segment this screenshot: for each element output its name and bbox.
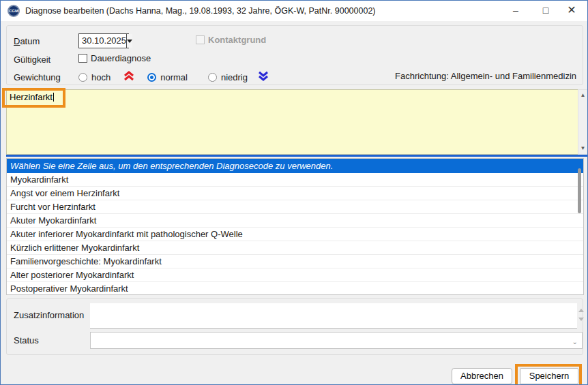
- title-bar: CGM Diagnose bearbeiten (Dachs Hanna, Ma…: [1, 1, 587, 21]
- list-item[interactable]: Furcht vor Herzinfarkt: [7, 200, 583, 214]
- dialog-window: CGM Diagnose bearbeiten (Dachs Hanna, Ma…: [0, 0, 588, 385]
- kontaktgrund-label: Kontaktgrund: [208, 35, 266, 45]
- weight-high-chevron-up-icon: [123, 71, 135, 83]
- zusatzinformation-label: Zusatzinformation: [14, 310, 84, 320]
- list-item[interactable]: Postoperativer Myokardinfarkt: [7, 282, 583, 295]
- gewichtung-label: Gewichtung: [14, 72, 61, 82]
- list-item[interactable]: Alter posteriorer Myokardinfarkt: [7, 268, 583, 282]
- focus-separator: [6, 155, 588, 157]
- list-item[interactable]: Angst vor einem Herzinfarkt: [7, 187, 583, 200]
- status-label: Status: [14, 335, 39, 345]
- minimize-button[interactable]: –: [504, 1, 527, 21]
- dauerdiagnose-checkbox[interactable]: [78, 54, 87, 63]
- scroll-down-icon[interactable]: ▼: [578, 144, 587, 153]
- status-dropdown-arrow-icon[interactable]: ⌄: [572, 338, 578, 345]
- date-combobox[interactable]: 30.10.2025: [78, 33, 129, 48]
- gewichtung-normal-label: normal: [160, 72, 188, 82]
- date-value: 30.10.2025: [79, 34, 126, 48]
- window-title: Diagnose bearbeiten (Dachs Hanna, Mag., …: [25, 1, 376, 21]
- save-button[interactable]: Speichern: [520, 368, 578, 384]
- maximize-button[interactable]: □: [534, 1, 557, 21]
- list-item[interactable]: Kürzlich erlittener Myokardinfarkt: [7, 241, 583, 255]
- dauerdiagnose-label: Dauerdiagnose: [91, 53, 151, 63]
- cgm-logo-icon: CGM: [8, 5, 20, 17]
- gewichtung-niedrig-label: niedrig: [221, 72, 248, 82]
- gewichtung-normal-radio[interactable]: [147, 73, 156, 82]
- zusatzinformation-input[interactable]: [90, 303, 577, 329]
- cancel-button[interactable]: Abbrechen: [452, 368, 512, 384]
- gewichtung-hoch-label: hoch: [91, 72, 111, 82]
- diagnosis-form-group: Datum 30.10.2025 Kontaktgrund Gültigkeit…: [6, 25, 583, 85]
- fachrichtung-label: Fachrichtung: Allgemein- und Familienmed…: [395, 71, 576, 81]
- list-selected-header-row[interactable]: Wählen Sie eine Zeile aus, um den entspr…: [7, 159, 583, 173]
- list-item[interactable]: Myokardinfarkt: [7, 173, 583, 187]
- kontaktgrund-checkbox[interactable]: [196, 35, 205, 44]
- status-combobox[interactable]: ⌄: [90, 332, 583, 349]
- list-item[interactable]: Akuter Myokardinfarkt: [7, 214, 583, 228]
- list-item[interactable]: Familienvorgeschichte: Myokardinfarkt: [7, 255, 583, 268]
- gewichtung-niedrig-radio[interactable]: [208, 73, 217, 82]
- close-button[interactable]: ✕: [560, 1, 583, 21]
- date-dropdown-arrow-icon[interactable]: [126, 34, 132, 48]
- gueltigkeit-label: Gültigkeit: [14, 55, 50, 65]
- diagnosis-suggestion-list: Wählen Sie eine Zeile aus, um den entspr…: [6, 158, 584, 295]
- footer-form-group: Zusatzinformation Status ⌄: [6, 298, 583, 355]
- textarea-scrollbar[interactable]: ▲ ▼: [578, 89, 588, 155]
- zusatz-scroll-arrows-icon[interactable]: [578, 309, 585, 321]
- list-rows: MyokardinfarktAngst vor einem Herzinfark…: [7, 173, 583, 295]
- diagnosis-textarea[interactable]: Herzinfarkt: [6, 89, 578, 155]
- diagnosis-text: Herzinfarkt: [10, 92, 54, 102]
- gewichtung-hoch-radio[interactable]: [78, 73, 87, 82]
- list-scrollbar-thumb[interactable]: [578, 168, 581, 213]
- list-item[interactable]: Akuter inferiorer Myokardinfarkt mit pat…: [7, 228, 583, 241]
- scroll-up-icon[interactable]: ▲: [578, 91, 587, 100]
- datum-label: Datum: [14, 36, 40, 46]
- weight-low-chevron-down-icon: [257, 71, 269, 83]
